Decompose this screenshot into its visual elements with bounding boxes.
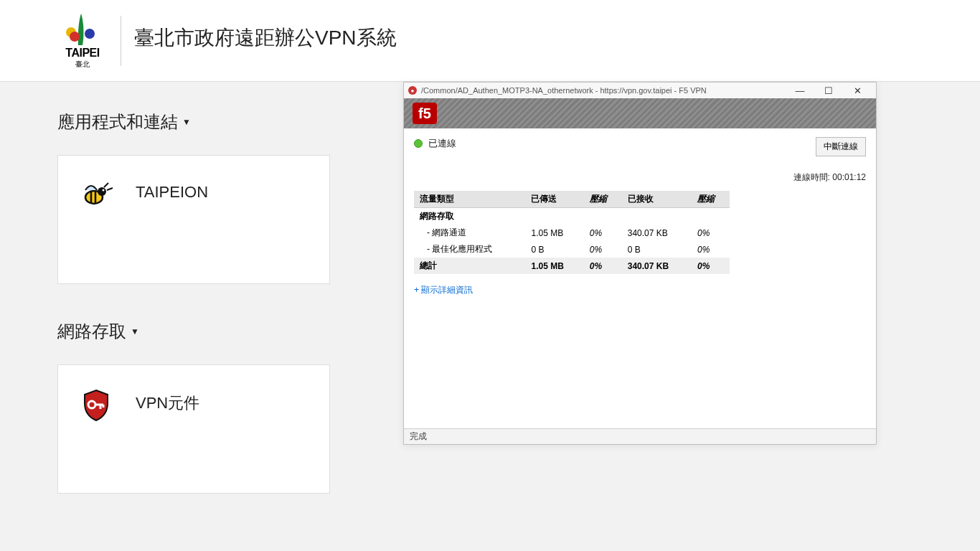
connection-status: 已連線 xyxy=(414,137,866,150)
status-dot-icon xyxy=(414,139,423,148)
window-statusbar: 完成 xyxy=(404,428,876,444)
f5-brand-bar: f5 xyxy=(404,98,876,128)
apps-section-title: 應用程式和連結 xyxy=(57,110,178,133)
chevron-down-icon: ▼ xyxy=(131,326,139,336)
page-header: TAIPEI 臺北 臺北市政府遠距辦公VPN系統 xyxy=(0,0,980,82)
table-total-row: 總計 1.05 MB 0% 340.07 KB 0% xyxy=(414,258,730,274)
app-card-taipeion[interactable]: TAIPEION xyxy=(57,155,330,284)
table-row: - 網路通道 1.05 MB 0% 340.07 KB 0% xyxy=(414,225,730,241)
col-recv: 已接收 xyxy=(622,191,692,208)
col-comp2: 壓縮 xyxy=(692,191,730,208)
shield-key-icon xyxy=(78,387,114,423)
logo-subtext: 臺北 xyxy=(57,60,108,70)
divider xyxy=(121,16,121,66)
taipei-logo: TAIPEI 臺北 xyxy=(57,12,108,70)
svg-point-2 xyxy=(85,29,95,39)
minimize-button[interactable]: — xyxy=(786,83,814,98)
f5-logo-icon: f5 xyxy=(413,103,437,124)
vpn-card-label: VPN元件 xyxy=(136,392,199,414)
vpn-component-card[interactable]: VPN元件 xyxy=(57,364,330,494)
col-type: 流量類型 xyxy=(414,191,525,208)
group-network-access: 網路存取 xyxy=(414,208,730,225)
taipei-logo-icon xyxy=(61,12,104,47)
chevron-down-icon: ▼ xyxy=(182,117,191,127)
bee-icon xyxy=(78,177,114,213)
site-title: 臺北市政府遠距辦公VPN系統 xyxy=(134,24,397,52)
table-row: - 最佳化應用程式 0 B 0% 0 B 0% xyxy=(414,241,730,258)
logo-text: TAIPEI xyxy=(57,47,108,60)
col-sent: 已傳送 xyxy=(525,191,583,208)
col-comp1: 壓縮 xyxy=(584,191,622,208)
svg-point-4 xyxy=(98,187,106,196)
svg-point-1 xyxy=(70,32,80,42)
app-icon: ● xyxy=(408,86,417,95)
f5-vpn-window: ● /Common/AD_Authen_MOTP3-NA_othernetwor… xyxy=(403,82,877,445)
window-titlebar[interactable]: ● /Common/AD_Authen_MOTP3-NA_othernetwor… xyxy=(404,83,876,98)
show-details-link[interactable]: + 顯示詳細資訊 xyxy=(414,284,473,296)
vpn-body: 已連線 中斷連線 連線時間: 00:01:12 流量類型 已傳送 壓縮 已接收 … xyxy=(404,128,876,428)
connected-label: 已連線 xyxy=(428,137,456,150)
maximize-button[interactable]: ☐ xyxy=(814,83,843,98)
traffic-table: 流量類型 已傳送 壓縮 已接收 壓縮 網路存取 - 網路通道 1.05 MB 0… xyxy=(414,191,730,274)
network-section-title: 網路存取 xyxy=(57,320,126,343)
connection-time: 連線時間: 00:01:12 xyxy=(414,171,866,184)
statusbar-text: 完成 xyxy=(410,431,427,441)
close-button[interactable]: ✕ xyxy=(843,83,872,98)
disconnect-button[interactable]: 中斷連線 xyxy=(816,137,866,156)
app-card-label: TAIPEION xyxy=(136,183,208,202)
svg-point-5 xyxy=(103,189,105,192)
window-title: /Common/AD_Authen_MOTP3-NA_othernetwork … xyxy=(421,86,707,95)
